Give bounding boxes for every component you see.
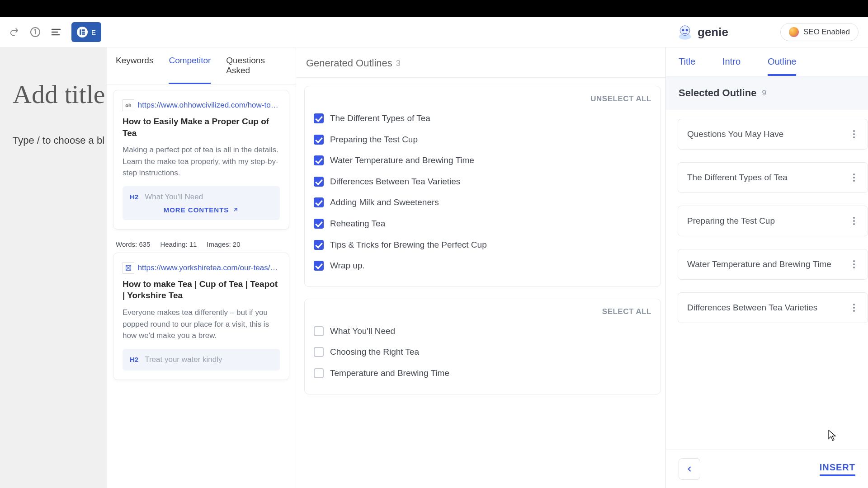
tab-title[interactable]: Title (679, 56, 695, 76)
tab-questions-asked[interactable]: Questions Asked (226, 56, 287, 84)
back-button[interactable] (679, 458, 700, 480)
more-contents-label: MORE CONTENTS (164, 206, 229, 214)
selected-item-label: Differences Between Tea Varieties (687, 303, 817, 313)
outline-toggle-icon[interactable] (51, 27, 61, 38)
outline-item[interactable]: Preparing the Test Cup (314, 129, 651, 150)
outline-label: Temperature and Brewing Time (330, 367, 449, 380)
heading-tag: H2 (130, 193, 138, 201)
favicon-icon (123, 262, 134, 274)
competitor-heading-preview: H2 What You'll Need MORE CONTENTS (123, 186, 280, 220)
checkbox-icon[interactable] (314, 113, 324, 123)
selected-item[interactable]: Questions You May Have (678, 119, 868, 150)
outline-block: UNSELECT ALL The Different Types of Tea … (304, 86, 661, 287)
selected-outline-column: genie SEO Enabled Title Intro Outline Se… (665, 47, 868, 488)
outline-item[interactable]: Reheating Tea (314, 213, 651, 235)
unselect-all-button[interactable]: UNSELECT ALL (314, 94, 651, 103)
kebab-icon[interactable] (849, 304, 859, 312)
outline-label: Differences Between Tea Varieties (330, 176, 460, 188)
checkbox-icon[interactable] (314, 240, 324, 250)
selected-outline-title: Selected Outline (679, 87, 756, 99)
kebab-icon[interactable] (849, 217, 859, 225)
checkbox-icon[interactable] (314, 261, 324, 271)
heading-tag: H2 (130, 356, 138, 363)
generated-outlines-column: Generated Outlines 3 UNSELECT ALL The Di… (296, 47, 665, 488)
info-icon[interactable] (30, 27, 41, 38)
outline-item[interactable]: Choosing the Right Tea (314, 342, 651, 363)
block-placeholder[interactable]: Type / to choose a bl (13, 135, 98, 146)
outline-item[interactable]: The Different Types of Tea (314, 108, 651, 129)
svg-rect-7 (82, 29, 85, 31)
svg-point-2 (35, 29, 36, 30)
checkbox-icon[interactable] (314, 368, 324, 378)
outline-item[interactable]: Wrap up. (314, 255, 651, 277)
tab-keywords[interactable]: Keywords (116, 56, 153, 84)
kebab-icon[interactable] (849, 174, 859, 182)
arrow-up-right-icon (232, 206, 239, 213)
title-placeholder[interactable]: Add title (13, 79, 98, 109)
kebab-icon[interactable] (849, 260, 859, 268)
redo-icon[interactable] (9, 27, 20, 38)
editor-background: Add title Type / to choose a bl (0, 47, 107, 488)
outline-item[interactable]: What You'll Need (314, 321, 651, 342)
competitor-description: Making a perfect pot of tea is all in th… (123, 144, 280, 179)
checkbox-icon[interactable] (314, 326, 324, 336)
checkbox-icon[interactable] (314, 155, 324, 165)
checkbox-icon[interactable] (314, 219, 324, 229)
brand-name: genie (698, 25, 728, 39)
svg-rect-9 (82, 33, 85, 35)
seo-enabled-label: SEO Enabled (803, 28, 850, 37)
tab-competitor[interactable]: Competitor (169, 56, 211, 84)
tab-outline[interactable]: Outline (768, 56, 796, 76)
elementor-icon (77, 27, 88, 38)
competitor-title: How to make Tea | Cup of Tea | Teapot | … (123, 278, 280, 301)
outline-label: Water Temperature and Brewing Time (330, 155, 474, 167)
outline-item[interactable]: Tips & Tricks for Brewing the Perfect Cu… (314, 235, 651, 256)
selected-item[interactable]: Preparing the Test Cup (678, 206, 868, 236)
outline-label: Choosing the Right Tea (330, 346, 419, 358)
stat-images: Images: 20 (207, 240, 240, 248)
outline-label: Adding Milk and Sweeteners (330, 197, 439, 209)
kebab-icon[interactable] (849, 130, 859, 138)
outline-label: The Different Types of Tea (330, 113, 430, 125)
elementor-label: E (91, 28, 96, 36)
selected-item-label: Questions You May Have (687, 129, 783, 139)
outline-label: Wrap up. (330, 260, 365, 272)
outline-block: SELECT ALL What You'll Need Choosing the… (304, 299, 661, 394)
competitor-url[interactable]: https://www.ohhowcivilized.com/how-to-… (138, 101, 280, 110)
generated-outlines-count: 3 (396, 59, 401, 68)
selected-item[interactable]: Differences Between Tea Varieties (678, 292, 868, 323)
checkbox-icon[interactable] (314, 135, 324, 145)
outline-item[interactable]: Temperature and Brewing Time (314, 363, 651, 384)
selected-outline-header: Selected Outline 9 (666, 76, 868, 110)
checkbox-icon[interactable] (314, 197, 324, 207)
selected-outline-count: 9 (762, 89, 766, 98)
seo-enabled-pill[interactable]: SEO Enabled (780, 23, 859, 41)
checkbox-icon[interactable] (314, 177, 324, 187)
outline-item[interactable]: Adding Milk and Sweeteners (314, 192, 651, 213)
window-black-bar (0, 0, 868, 17)
outline-label: What You'll Need (330, 325, 395, 338)
tab-intro[interactable]: Intro (722, 56, 741, 76)
more-contents-button[interactable]: MORE CONTENTS (130, 206, 273, 214)
selected-item-label: The Different Types of Tea (687, 173, 788, 183)
competitor-url[interactable]: https://www.yorkshiretea.com/our-teas/h… (138, 263, 280, 272)
svg-point-13 (682, 29, 684, 31)
selected-item-label: Preparing the Test Cup (687, 216, 775, 226)
favicon-icon: oh (123, 99, 134, 111)
competitor-stats: Words: 635 Heading: 11 Images: 20 (113, 239, 289, 253)
insert-button[interactable]: INSERT (820, 462, 855, 476)
seo-status-icon (789, 27, 799, 37)
checkbox-icon[interactable] (314, 347, 324, 357)
elementor-button[interactable]: E (71, 22, 101, 42)
genie-logo-icon (676, 23, 694, 41)
right-tabs: Title Intro Outline (666, 47, 868, 76)
outline-item[interactable]: Differences Between Tea Varieties (314, 171, 651, 192)
selected-item[interactable]: Water Temperature and Brewing Time (678, 249, 868, 280)
selected-item[interactable]: The Different Types of Tea (678, 162, 868, 193)
left-tabs: Keywords Competitor Questions Asked (107, 47, 296, 84)
outline-item[interactable]: Water Temperature and Brewing Time (314, 150, 651, 171)
competitor-column: Keywords Competitor Questions Asked oh h… (107, 47, 296, 488)
competitor-heading-preview: H2 Treat your water kindly (123, 349, 280, 371)
select-all-button[interactable]: SELECT ALL (314, 307, 651, 316)
stat-words: Words: 635 (116, 240, 150, 248)
